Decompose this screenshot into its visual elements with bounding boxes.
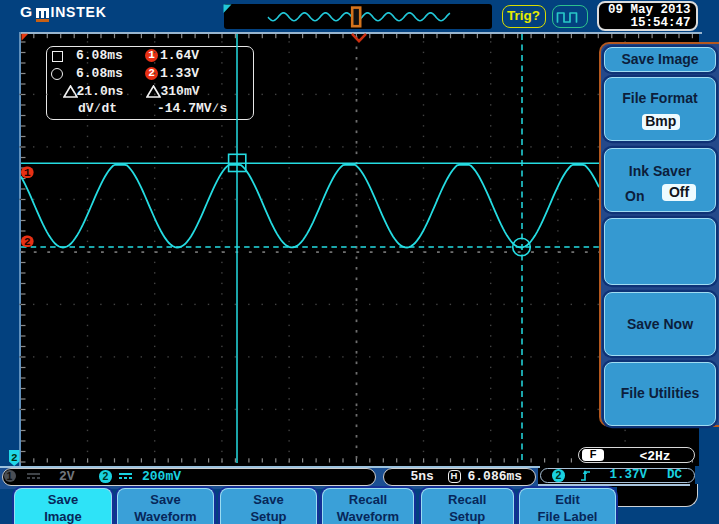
svg-text:<2Hz: <2Hz [639, 448, 670, 463]
svg-text:2: 2 [11, 452, 18, 464]
